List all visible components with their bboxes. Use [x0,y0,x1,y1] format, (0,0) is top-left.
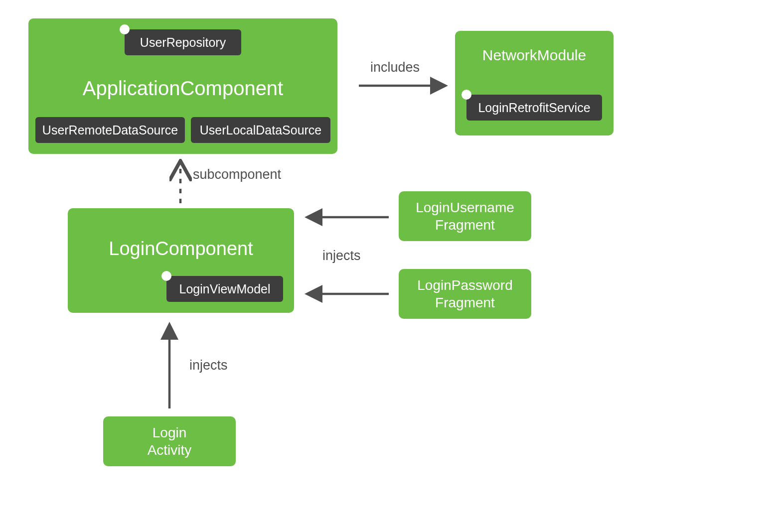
injects-fragments-label: injects [322,248,361,264]
application-component-node: ApplicationComponent UserRepository User… [28,18,337,154]
scope-dot-icon [461,90,471,100]
login-password-fragment-node: LoginPassword Fragment [399,269,531,319]
user-local-data-source-chip: UserLocalDataSource [191,117,330,143]
login-password-fragment-label: LoginPassword Fragment [417,276,512,311]
scope-dot-icon [120,24,130,34]
login-username-fragment-label: LoginUsername Fragment [416,199,514,234]
user-repository-label: UserRepository [140,35,226,50]
user-remote-data-source-chip: UserRemoteDataSource [35,117,185,143]
user-repository-chip: UserRepository [125,29,241,55]
scope-dot-icon [161,271,171,281]
subcomponent-label: subcomponent [193,167,281,182]
login-username-fragment-node: LoginUsername Fragment [399,191,531,241]
login-component-title: LoginComponent [68,238,294,260]
login-retrofit-service-chip: LoginRetrofitService [466,95,602,121]
user-remote-data-source-label: UserRemoteDataSource [42,123,178,137]
login-activity-node: Login Activity [103,416,236,466]
user-local-data-source-label: UserLocalDataSource [200,123,322,137]
login-retrofit-service-label: LoginRetrofitService [478,101,590,115]
network-module-node: NetworkModule LoginRetrofitService [455,31,613,135]
application-component-title: ApplicationComponent [28,77,337,100]
login-view-model-label: LoginViewModel [179,282,271,296]
login-view-model-chip: LoginViewModel [166,276,283,302]
network-module-title: NetworkModule [455,47,613,64]
login-activity-label: Login Activity [148,424,192,459]
injects-activity-label: injects [189,358,228,373]
login-component-node: LoginComponent LoginViewModel [68,208,294,313]
includes-label: includes [370,60,420,75]
